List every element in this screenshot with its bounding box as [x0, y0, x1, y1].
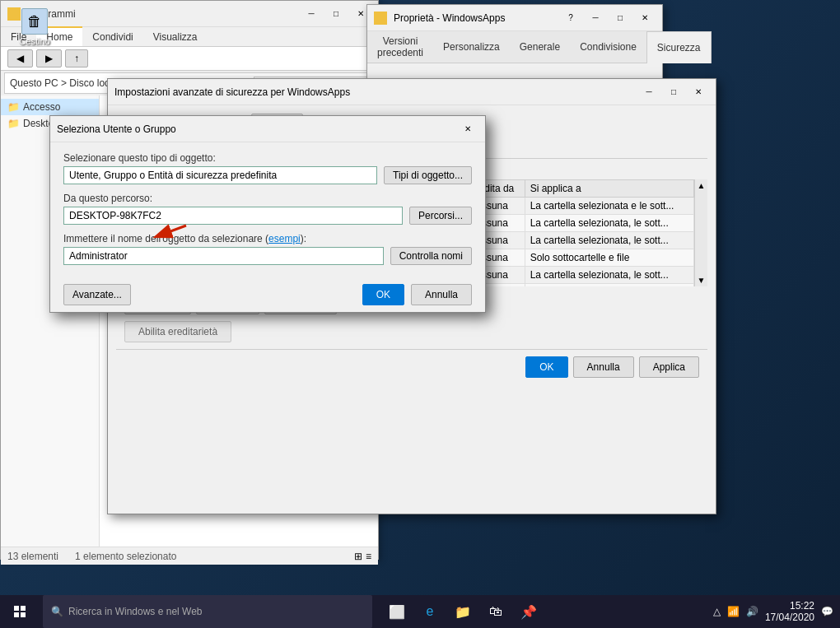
obj-type-input: [63, 166, 377, 184]
props-minimize-button[interactable]: ─: [585, 7, 606, 29]
select-user-dialog: Seleziona Utente o Gruppo ✕ Selezionare …: [49, 115, 486, 313]
time-display: 15:22: [765, 600, 814, 612]
percorsi-button[interactable]: Percorsi...: [409, 207, 472, 225]
avanzate-button[interactable]: Avanzate...: [63, 284, 131, 305]
forward-button[interactable]: ▶: [36, 49, 62, 67]
cell-applies: La cartella selezionata, le sott...: [525, 232, 693, 249]
advsec-applica-button[interactable]: Applica: [639, 356, 699, 378]
advsec-annulla-button[interactable]: Annulla: [573, 356, 634, 378]
file-explorer-icon[interactable]: 📁: [448, 597, 478, 626]
edge-icon[interactable]: e: [415, 597, 445, 626]
scroll-down[interactable]: ▼: [696, 274, 707, 286]
dialog-ok-button[interactable]: OK: [362, 284, 404, 305]
action-center-icon[interactable]: 💬: [821, 606, 833, 617]
notification-icon[interactable]: △: [713, 606, 721, 617]
obj-type-label: Selezionare questo tipo di oggetto:: [63, 152, 472, 164]
advsec-titlebar: Impostazioni avanzate di sicurezza per W…: [108, 79, 716, 105]
props-tabs: Versioni precedenti Personalizza General…: [367, 31, 662, 63]
back-button[interactable]: ◀: [7, 49, 33, 67]
dialog-content: Selezionare questo tipo di oggetto: Tipi…: [50, 142, 485, 283]
scroll-up[interactable]: ▲: [696, 179, 707, 192]
taskbar-search[interactable]: 🔍 Ricerca in Windows e nel Web: [43, 595, 372, 628]
network-icon[interactable]: 📶: [727, 606, 740, 617]
tab-condividi[interactable]: Condividi: [82, 27, 142, 46]
item-count: 13 elementi: [7, 551, 58, 562]
dialog-buttons: Avanzate... OK Annulla: [50, 277, 485, 312]
cestino-label: Cestino: [19, 36, 49, 46]
sidebar-item-accesso[interactable]: 📁 Accesso: [1, 99, 99, 115]
col-applica: Si applica a: [525, 180, 693, 198]
taskbar-search-text: Ricerca in Windows e nel Web: [68, 606, 203, 617]
date-display: 17/04/2020: [765, 612, 814, 623]
object-type-group: Selezionare questo tipo di oggetto: Tipi…: [63, 152, 472, 184]
abilita-button[interactable]: Abilita ereditarietà: [124, 321, 231, 342]
tab-condivisione[interactable]: Condivisione: [570, 31, 646, 63]
folder-icon-props: [374, 12, 387, 25]
ribbon-content: ◀ ▶ ↑: [1, 47, 378, 70]
minimize-button[interactable]: ─: [301, 3, 322, 25]
tipi-oggetto-button[interactable]: Tipi di oggetto...: [384, 166, 472, 184]
view-icons-button[interactable]: ⊞: [354, 551, 362, 562]
file-explorer-title: Programmi: [27, 8, 297, 20]
dialog-annulla-button[interactable]: Annulla: [411, 284, 472, 305]
taskbar: 🔍 Ricerca in Windows e nel Web ⬜ e 📁 🛍 📌…: [0, 595, 840, 628]
status-bar: 13 elementi 1 elemento selezionato ⊞ ≡: [1, 547, 378, 565]
props-title: Proprietà - WindowsApps: [394, 12, 557, 24]
abilita-row: Abilita ereditarietà: [116, 321, 707, 346]
props-help-button[interactable]: ?: [560, 7, 581, 29]
location-group: Da questo percorso: Percorsi...: [63, 193, 472, 225]
tab-personalizza[interactable]: Personalizza: [433, 31, 510, 63]
cell-applies: La cartella selezionata e le sott...: [525, 198, 693, 215]
desktop-icon-cestino[interactable]: 🗑 Cestino: [8, 8, 61, 46]
start-button[interactable]: [0, 595, 40, 628]
taskbar-icons: ⬜ e 📁 🛍 📌: [376, 597, 550, 626]
sidebar-label-accesso: Accesso: [23, 101, 60, 113]
location-input: [63, 207, 403, 225]
tab-versioni[interactable]: Versioni precedenti: [367, 31, 433, 63]
clock[interactable]: 15:22 17/04/2020: [765, 600, 814, 623]
props-close-button[interactable]: ✕: [634, 7, 656, 29]
svg-rect-2: [14, 606, 19, 611]
maximize-button[interactable]: □: [325, 3, 347, 25]
desktop-folder-icon: 📁: [7, 118, 20, 129]
cell-applies: La cartella selezionata, le sott...: [525, 215, 693, 232]
enter-name-row: Controlla nomi: [63, 247, 472, 265]
store-icon[interactable]: 🛍: [481, 597, 511, 626]
location-label: Da questo percorso:: [63, 193, 472, 204]
advsec-title: Impostazioni avanzate di sicurezza per W…: [114, 86, 635, 98]
up-button[interactable]: ↑: [65, 49, 88, 67]
object-name-input[interactable]: [63, 247, 384, 265]
dialog-close-button[interactable]: ✕: [457, 119, 478, 140]
esempi-link[interactable]: esempi: [268, 233, 301, 244]
svg-rect-5: [21, 612, 26, 617]
advsec-ok-button[interactable]: OK: [525, 356, 567, 378]
tab-sicurezza[interactable]: Sicurezza: [646, 31, 712, 63]
advsec-ok-buttons: OK Annulla Applica: [116, 349, 707, 384]
cell-applies: Solo sottocartelle e file: [525, 249, 693, 267]
svg-line-1: [157, 226, 186, 236]
svg-rect-4: [14, 612, 19, 617]
dialog-titlebar: Seleziona Utente o Gruppo ✕: [50, 116, 485, 142]
props-maximize-button[interactable]: □: [609, 7, 631, 29]
advsec-close-button[interactable]: ✕: [688, 81, 709, 103]
dialog-title: Seleziona Utente o Gruppo: [57, 123, 454, 135]
tab-visualizza[interactable]: Visualizza: [143, 27, 208, 46]
volume-icon[interactable]: 🔊: [746, 606, 758, 617]
taskbar-right: △ 📶 🔊 15:22 17/04/2020 💬: [707, 600, 840, 623]
enter-label-close: ):: [301, 233, 306, 244]
advsec-maximize-button[interactable]: □: [663, 81, 684, 103]
scrollbar[interactable]: ▲ ▼: [694, 179, 707, 286]
controlla-nomi-button[interactable]: Controlla nomi: [390, 247, 472, 265]
enter-name-label: Immettere il nome dell'oggetto da selezi…: [63, 233, 472, 244]
enter-name-group: Immettere il nome dell'oggetto da selezi…: [63, 233, 472, 265]
svg-rect-3: [21, 606, 26, 611]
cestino-icon: 🗑: [21, 8, 48, 35]
task-view-button[interactable]: ⬜: [382, 597, 412, 626]
tab-generale[interactable]: Generale: [510, 31, 570, 63]
cell-applies: La cartella selezionata, le sott...: [525, 267, 693, 284]
advsec-minimize-button[interactable]: ─: [638, 81, 660, 103]
view-list-button[interactable]: ≡: [366, 551, 371, 562]
selection-info: 1 elemento selezionato: [75, 551, 176, 562]
cell-applies: Solo la cartella selezionata: [525, 284, 693, 287]
pinned-icon[interactable]: 📌: [514, 597, 544, 626]
